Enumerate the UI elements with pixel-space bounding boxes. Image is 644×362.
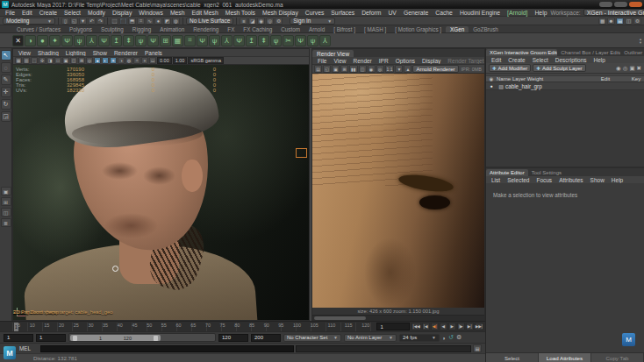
character-set-dropdown[interactable]: No Character Set ▼ — [283, 334, 341, 342]
snap-grid-icon[interactable]: ⌗ — [137, 18, 145, 25]
xgen-shelf-icon[interactable]: ✕ — [12, 35, 24, 46]
safe-title-icon[interactable]: ⊞ — [78, 57, 85, 64]
xgen-shelf-icon[interactable]: Ψ — [147, 35, 159, 46]
xgen-shelf-icon[interactable]: ↥ — [246, 35, 257, 46]
load-attributes-button[interactable]: Load Attributes — [539, 353, 591, 362]
new-folder-icon[interactable]: ▣ — [629, 65, 634, 72]
groom-menu-item[interactable]: Select — [529, 57, 552, 63]
render-view-menu-item[interactable]: View — [330, 58, 349, 64]
screen-space-ao-icon[interactable]: ◍ — [125, 57, 132, 64]
render-view-menu-item[interactable]: Render — [349, 58, 375, 64]
attribute-menu-item[interactable]: Help — [608, 177, 626, 183]
timeline-strip[interactable]: 5101520253035404550556065707580859095100… — [12, 323, 375, 331]
grid-toggle-icon[interactable]: ⬚ — [31, 57, 38, 64]
camera-select-icon[interactable]: ▦ — [15, 57, 22, 64]
xgen-shelf-icon[interactable]: ψ — [307, 35, 318, 46]
tool-settings-toggle-icon[interactable]: ◫ — [625, 18, 633, 25]
minimize-button[interactable] — [599, 2, 612, 7]
animation-preferences-icon[interactable]: ⚙ — [456, 334, 462, 341]
xgen-shelf-icon[interactable]: ● — [37, 35, 48, 46]
shelf-tab[interactable]: Curves / Surfaces — [12, 26, 65, 32]
sidebar-tab[interactable]: Outliner — [620, 49, 644, 56]
safe-action-icon[interactable]: ◫ — [70, 57, 77, 64]
cable_hair_grp[interactable]: ●▨cable_hair_grp — [486, 82, 644, 90]
step-back-key-button[interactable]: |◀ — [422, 323, 430, 330]
menu-item[interactable]: Surfaces — [327, 10, 358, 16]
range-slider-track[interactable]: 1 120 — [68, 333, 216, 342]
animation-start-field[interactable]: 1 — [4, 334, 33, 342]
sidebar-tab[interactable]: Channel Box / Layer Editor — [557, 49, 620, 56]
gamma-field[interactable]: 1.00 — [173, 57, 188, 64]
menu-item[interactable]: Curves — [302, 10, 328, 16]
auto-keyframe-icon[interactable]: ↺ — [448, 334, 454, 341]
playback-start-field[interactable]: 1 — [36, 334, 66, 342]
channel-box-toggle-icon[interactable]: ⚙ — [633, 18, 641, 25]
groom-menu-item[interactable]: Descriptions — [552, 57, 590, 63]
step-back-frame-button[interactable]: ◀| — [431, 323, 439, 330]
shelf-tab[interactable]: Rigging — [128, 26, 155, 32]
snap-curve-icon[interactable]: ∿ — [146, 18, 154, 25]
range-start-handle[interactable] — [73, 336, 77, 341]
xgen-shelf-icon[interactable]: Ψ — [61, 35, 73, 46]
open-scene-icon[interactable]: ◱ — [70, 18, 78, 25]
xgen-shelf-icon[interactable]: ⊞ — [160, 35, 171, 46]
ipr-render-icon[interactable]: ◎ — [266, 18, 274, 25]
render-horizontal-scrollbar[interactable] — [312, 315, 484, 320]
layer-column-header[interactable]: Key — [628, 76, 644, 82]
color-space-dropdown[interactable]: sRGB gamma — [188, 57, 224, 64]
use-all-lights-icon[interactable]: ☀ — [110, 57, 117, 64]
rgb-channels-icon[interactable]: ◉ — [368, 65, 376, 73]
menu-item[interactable]: Deform — [358, 10, 384, 16]
viewport-menu-item[interactable]: Show — [89, 50, 111, 56]
range-end-handle[interactable] — [154, 336, 158, 341]
redo-icon[interactable]: ↷ — [97, 18, 104, 25]
multisample-icon[interactable]: ⌖ — [141, 57, 148, 64]
film-gate-icon[interactable]: ✣ — [39, 57, 46, 64]
select-object-icon[interactable]: ⬛ — [119, 18, 127, 25]
pause-ipr-icon[interactable]: ▮▮ — [349, 65, 358, 73]
shelf-tab[interactable]: Sculpting — [97, 26, 128, 32]
select-hierarchy-icon[interactable]: ⬚ — [111, 18, 118, 25]
shelf-tab[interactable]: XGen — [446, 26, 469, 32]
xgen-shelf-icon[interactable]: ψ — [270, 35, 282, 46]
menu-set-dropdown[interactable]: Modeling ▼ — [3, 18, 55, 25]
show-all-icon[interactable]: ◉ — [616, 65, 621, 72]
comment-icon[interactable]: ◗ — [442, 335, 446, 341]
ipr-render-icon[interactable]: ▣ — [332, 65, 340, 73]
wireframe-icon[interactable]: ◎ — [86, 57, 93, 64]
groom-menu-item[interactable]: Create — [504, 57, 529, 63]
maximize-button[interactable] — [614, 2, 627, 7]
current-frame-field[interactable]: 1 — [376, 323, 410, 330]
shelf-tab[interactable]: Animation — [155, 26, 189, 32]
workspace-dropdown[interactable]: XGen - Interactive Groom* ▼ — [583, 9, 644, 16]
copy-tab-button[interactable]: Copy Tab — [591, 353, 644, 362]
xgen-shelf-icon[interactable]: ⅄ — [221, 35, 233, 46]
open-render-view-icon[interactable]: ◪ — [248, 18, 256, 25]
attribute-menu-item[interactable]: List — [488, 177, 504, 183]
resolution-gate-icon[interactable]: ◨ — [47, 57, 54, 64]
viewport-menu-item[interactable]: View — [15, 50, 34, 56]
save-scene-icon[interactable]: ▼ — [79, 18, 87, 25]
menu-item[interactable]: Select — [61, 10, 84, 16]
viewport-menu-item[interactable]: Shading — [34, 50, 62, 56]
no-live-surface-button[interactable]: No Live Surface — [186, 18, 233, 25]
attribute-editor-tab[interactable]: Tool Settings — [528, 169, 565, 176]
menu-item[interactable]: Create — [36, 10, 61, 16]
shelf-scroll-down-icon[interactable]: ▼ — [639, 41, 642, 44]
layer-column-header[interactable]: Edit — [583, 76, 628, 82]
menu-item[interactable]: Mesh Tools — [222, 10, 259, 16]
shelf-tab[interactable]: Polygons — [65, 26, 97, 32]
render-current-frame-icon[interactable]: ◉ — [257, 18, 265, 25]
attribute-menu-item[interactable]: Focus — [533, 177, 555, 183]
script-editor-icon[interactable]: ▤ — [473, 344, 482, 352]
rotate-tool-icon[interactable]: ↻ — [1, 99, 11, 110]
attribute-editor-tab[interactable]: Attribute Editor — [486, 169, 528, 176]
menu-item[interactable]: Windows — [135, 10, 167, 16]
menu-item[interactable]: Display — [109, 10, 135, 16]
redo-render-icon[interactable]: ▤ — [314, 65, 322, 73]
playback-end-field[interactable]: 120 — [218, 334, 248, 342]
one-to-one-icon[interactable]: 1:1 — [385, 65, 395, 73]
xgen-shelf-icon[interactable]: Ψ — [98, 35, 110, 46]
menu-item[interactable]: File — [2, 10, 18, 16]
xgen-shelf-icon[interactable]: ✂ — [283, 35, 294, 46]
